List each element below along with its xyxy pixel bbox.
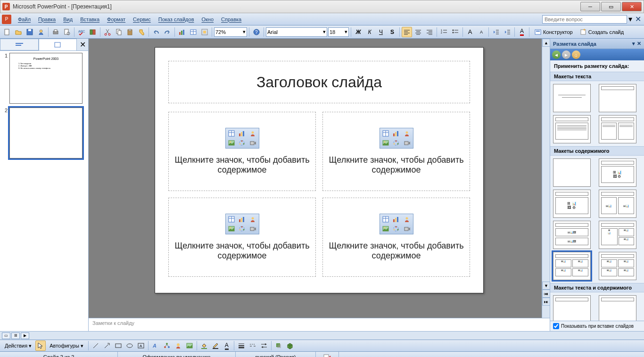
- help-dropdown-icon[interactable]: ▾: [627, 15, 634, 24]
- redo-icon[interactable]: [162, 27, 173, 37]
- content-placeholder-3[interactable]: Щелкните значок, чтобы добавить содержим…: [168, 198, 316, 277]
- spelling-icon[interactable]: ABC: [76, 27, 87, 37]
- menu-help[interactable]: Справка: [217, 15, 245, 24]
- layout-text-content-2[interactable]: [599, 295, 636, 321]
- 3d-style-icon[interactable]: [285, 340, 295, 351]
- font-color-icon[interactable]: A: [517, 27, 527, 37]
- shadow-style-icon[interactable]: [273, 340, 284, 351]
- content-icon-picker[interactable]: [225, 128, 259, 149]
- insert-clipart-icon[interactable]: [402, 129, 412, 138]
- print-icon[interactable]: [50, 27, 61, 37]
- font-color-icon-2[interactable]: A: [222, 340, 232, 351]
- scroll-down-icon[interactable]: ▼: [542, 282, 550, 290]
- doc-close-icon[interactable]: ✕: [634, 15, 642, 24]
- insert-table-icon[interactable]: [227, 215, 237, 224]
- prev-slide-icon[interactable]: ⏮: [542, 290, 550, 298]
- bold-icon[interactable]: Ж: [353, 27, 363, 37]
- insert-picture-icon[interactable]: [381, 224, 391, 233]
- save-icon[interactable]: [25, 27, 35, 37]
- content-icon-picker[interactable]: [225, 214, 259, 234]
- insert-clipart-icon[interactable]: [402, 215, 412, 224]
- line-icon[interactable]: [91, 340, 101, 351]
- paste-icon[interactable]: [125, 27, 135, 37]
- slide-thumbnail[interactable]: PowerPoint 2003 1. Без вирусов 2. Импорт…: [9, 53, 83, 104]
- layout-blank[interactable]: [553, 158, 591, 187]
- menu-tools[interactable]: Сервис: [129, 15, 155, 24]
- maximize-button[interactable]: ▭: [601, 2, 621, 11]
- nav-forward-icon[interactable]: ►: [562, 50, 570, 59]
- new-slide-button[interactable]: Создать слайд: [577, 27, 627, 37]
- layout-text-content-1[interactable]: [553, 295, 591, 321]
- slides-tab[interactable]: [39, 39, 77, 50]
- insert-clipart-icon[interactable]: [248, 215, 257, 224]
- content-icon-picker[interactable]: [380, 214, 413, 234]
- permission-icon[interactable]: [36, 27, 46, 37]
- insert-chart-icon[interactable]: [237, 129, 247, 138]
- help-search-input[interactable]: [542, 15, 627, 24]
- copy-icon[interactable]: [114, 27, 124, 37]
- insert-table-icon[interactable]: [381, 215, 391, 224]
- menu-view[interactable]: Вид: [59, 15, 76, 24]
- insert-media-icon[interactable]: [402, 139, 412, 148]
- insert-table-icon[interactable]: [227, 129, 237, 138]
- table-icon[interactable]: [188, 27, 198, 37]
- panel-close-icon[interactable]: ✕: [77, 39, 88, 50]
- research-icon[interactable]: [88, 27, 98, 37]
- designer-button[interactable]: Конструктор: [531, 27, 576, 37]
- autoshapes-menu[interactable]: Автофигуры ▾: [47, 342, 86, 350]
- insert-picture-icon[interactable]: [227, 224, 237, 233]
- increase-indent-icon[interactable]: [502, 27, 512, 37]
- layout-three-content[interactable]: ⊞📊⊞📊⊞📊: [599, 221, 636, 249]
- show-on-insert-checkbox[interactable]: [553, 323, 559, 329]
- open-icon[interactable]: [13, 27, 24, 37]
- status-spellcheck-icon[interactable]: [316, 352, 339, 357]
- insert-chart-icon[interactable]: [391, 129, 401, 138]
- insert-diagram-icon[interactable]: [391, 224, 401, 233]
- slide-thumb-1[interactable]: 1 PowerPoint 2003 1. Без вирусов 2. Импо…: [2, 53, 86, 104]
- layout-content-2[interactable]: ⊞ 📊🖼 ⚙: [553, 190, 591, 218]
- insert-picture-icon[interactable]: [227, 139, 237, 148]
- content-placeholder-2[interactable]: Щелкните значок, чтобы добавить содержим…: [322, 112, 470, 191]
- decrease-indent-icon[interactable]: [491, 27, 501, 37]
- vertical-scrollbar[interactable]: ▲ ▼ ⏮ ⏭: [542, 39, 550, 331]
- insert-media-icon[interactable]: [402, 224, 412, 233]
- close-button[interactable]: ✕: [622, 2, 642, 11]
- insert-table-icon[interactable]: [381, 129, 391, 138]
- title-placeholder[interactable]: Заголовок слайда: [168, 61, 470, 103]
- insert-diagram-icon[interactable]: [237, 139, 247, 148]
- font-dropdown[interactable]: Arial▾: [266, 27, 327, 37]
- align-right-icon[interactable]: [424, 27, 435, 37]
- select-icon[interactable]: [35, 340, 46, 351]
- insert-media-icon[interactable]: [248, 224, 257, 233]
- insert-diagram-icon[interactable]: [237, 224, 247, 233]
- tables-borders-icon[interactable]: [199, 27, 210, 37]
- layout-title-slide[interactable]: [553, 84, 591, 112]
- nav-back-icon[interactable]: ◄: [552, 50, 561, 59]
- insert-diagram-icon[interactable]: [391, 139, 401, 148]
- notes-pane[interactable]: Заметки к слайду: [89, 318, 550, 331]
- actions-menu[interactable]: Действия ▾: [2, 342, 34, 350]
- numbering-icon[interactable]: 12: [439, 27, 449, 37]
- content-placeholder-4[interactable]: Щелкните значок, чтобы добавить содержим…: [322, 198, 470, 277]
- insert-media-icon[interactable]: [248, 139, 257, 148]
- layout-title-text[interactable]: [553, 115, 591, 143]
- picture-icon[interactable]: [184, 340, 195, 351]
- layout-content[interactable]: ⊞ 📊🖼 ⚙: [599, 158, 636, 187]
- help-icon[interactable]: ?: [251, 27, 262, 37]
- insert-chart-icon[interactable]: [391, 215, 401, 224]
- fill-color-icon[interactable]: [199, 340, 209, 351]
- diagram-icon[interactable]: [162, 340, 172, 351]
- normal-view-icon[interactable]: ▭: [2, 332, 10, 339]
- clipart-icon[interactable]: [173, 340, 183, 351]
- layout-four-content-b[interactable]: ⊞📊⊞📊⊞📊⊞📊: [599, 252, 636, 280]
- insert-clipart-icon[interactable]: [248, 129, 257, 138]
- menu-file[interactable]: Файл: [14, 15, 34, 24]
- wordart-icon[interactable]: A: [150, 340, 161, 351]
- menu-slideshow[interactable]: Показ слайдов: [155, 15, 198, 24]
- next-slide-icon[interactable]: ⏭: [542, 298, 550, 306]
- outline-tab[interactable]: [0, 39, 39, 50]
- layout-four-content[interactable]: ⊞📊⊞📊⊞📊⊞📊: [553, 252, 591, 280]
- menu-insert[interactable]: Вставка: [76, 15, 103, 24]
- arrow-style-icon[interactable]: [259, 340, 269, 351]
- format-painter-icon[interactable]: [136, 27, 147, 37]
